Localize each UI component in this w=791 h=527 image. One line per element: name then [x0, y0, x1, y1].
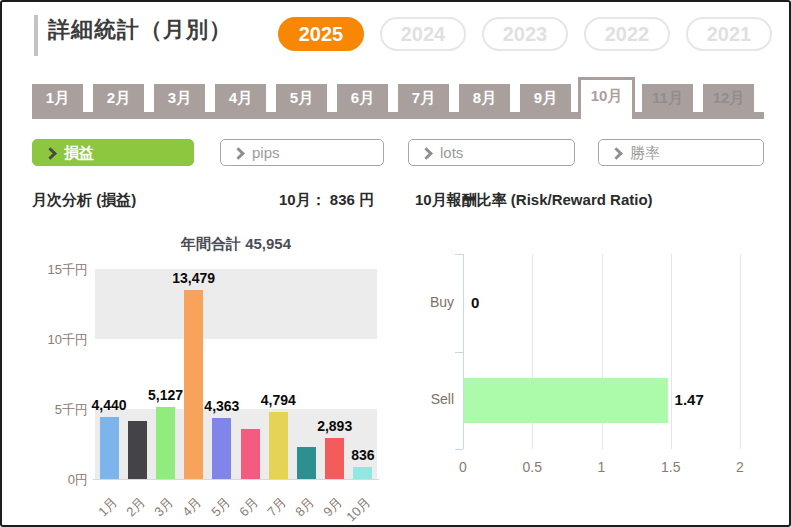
month-tabs-strip — [32, 112, 764, 119]
annual-total-title: 年間合計 45,954 — [95, 235, 377, 254]
month-tab-3月[interactable]: 3月 — [154, 84, 205, 112]
x-axis-label: 10月 — [343, 494, 375, 526]
month-tab-label: 11月 — [652, 89, 683, 108]
x-axis-tick-label: 0 — [443, 459, 483, 475]
bar-value-label: 13,479 — [152, 270, 236, 286]
axis-tick — [455, 254, 463, 255]
month-tab-1月[interactable]: 1月 — [32, 84, 83, 112]
month-tab-7月[interactable]: 7月 — [398, 84, 449, 112]
x-axis-label: 6月 — [235, 494, 262, 521]
month-tab-label: 5月 — [290, 89, 313, 108]
chevron-right-icon — [232, 147, 245, 160]
month-tab-9月[interactable]: 9月 — [520, 84, 571, 112]
filter-button-勝率[interactable]: 勝率 — [598, 139, 764, 166]
bar-2月[interactable] — [128, 421, 147, 479]
detailed-statistics-panel: 詳細統計（月別） 20252024202320222021 1月2月3月4月5月… — [0, 0, 791, 527]
gridline — [740, 254, 741, 449]
y-axis-label: 0円 — [2, 471, 88, 489]
x-axis-label: 9月 — [320, 494, 347, 521]
month-tab-8月[interactable]: 8月 — [459, 84, 510, 112]
bar-5月[interactable] — [212, 418, 231, 479]
monthly-profit-bar-chart: 年間合計 45,954 0円5千円10千円15千円4,4401月2月5,1273… — [2, 227, 402, 527]
x-axis-label: 5月 — [207, 494, 234, 521]
bar-value-label: 2,893 — [293, 418, 377, 434]
month-tab-label: 12月 — [713, 89, 745, 108]
bar-1月[interactable] — [100, 417, 119, 479]
chevron-right-icon — [420, 147, 433, 160]
month-tab-label: 9月 — [534, 89, 557, 108]
filter-label: pips — [252, 145, 280, 160]
filter-label: lots — [440, 145, 463, 160]
title-accent-bar — [34, 15, 38, 56]
chevron-right-icon — [610, 147, 623, 160]
plot-band — [95, 269, 377, 339]
risk-reward-bar-chart: Buy0Sell1.4700.511.52 — [402, 227, 791, 527]
filter-label: 勝率 — [630, 145, 660, 160]
bar-6月[interactable] — [241, 429, 260, 479]
year-selector: 20252024202320222021 — [278, 17, 772, 51]
left-chart-heading: 月次分析 (損益) — [32, 191, 136, 210]
month-tab-12月: 12月 — [703, 84, 754, 112]
month-tab-5月[interactable]: 5月 — [276, 84, 327, 112]
month-tab-label: 2月 — [107, 89, 130, 108]
month-tab-label: 4月 — [229, 89, 252, 108]
sell-bar[interactable] — [464, 378, 668, 423]
x-axis-label: 4月 — [179, 494, 206, 521]
y-axis-label: 10千円 — [2, 331, 88, 349]
axis-tick — [455, 449, 463, 450]
x-axis-line — [93, 479, 379, 480]
bar-value-label: 836 — [321, 447, 405, 463]
x-axis-tick-label: 2 — [720, 459, 760, 475]
month-tab-label: 7月 — [412, 89, 435, 108]
month-tab-10月[interactable]: 10月 — [578, 77, 635, 119]
category-label-buy: Buy — [402, 294, 454, 310]
x-axis-label: 1月 — [94, 494, 121, 521]
year-button-2021[interactable]: 2021 — [686, 17, 772, 51]
bar-10月[interactable] — [353, 467, 372, 479]
bar-7月[interactable] — [269, 412, 288, 479]
month-tabs: 1月2月3月4月5月6月7月8月9月10月11月12月 — [32, 77, 764, 119]
filter-button-損益[interactable]: 損益 — [32, 139, 194, 166]
filter-button-lots[interactable]: lots — [408, 139, 575, 166]
axis-tick — [455, 352, 463, 353]
bar-value-label: 0 — [471, 294, 479, 311]
bar-8月[interactable] — [297, 447, 316, 479]
bar-3月[interactable] — [156, 407, 175, 479]
month-tab-label: 10月 — [591, 87, 623, 106]
month-total-heading: 10月： 836 円 — [279, 191, 374, 210]
chevron-right-icon — [44, 147, 57, 160]
year-button-2022[interactable]: 2022 — [584, 17, 670, 51]
year-button-2025[interactable]: 2025 — [278, 17, 364, 51]
month-tab-label: 1月 — [46, 89, 69, 108]
x-axis-label: 3月 — [151, 494, 178, 521]
bar-value-label: 1.47 — [675, 391, 704, 408]
x-axis-label: 8月 — [292, 494, 319, 521]
category-label-sell: Sell — [402, 391, 454, 407]
x-axis-tick-label: 0.5 — [512, 459, 552, 475]
bar-4月[interactable] — [184, 290, 203, 479]
month-tab-label: 3月 — [168, 89, 191, 108]
filter-button-pips[interactable]: pips — [220, 139, 384, 166]
month-tab-6月[interactable]: 6月 — [337, 84, 388, 112]
right-chart-heading: 10月報酬比率 (Risk/Reward Ratio) — [415, 191, 653, 210]
page-title: 詳細統計（月別） — [48, 15, 232, 45]
gridline — [671, 254, 672, 449]
year-button-2024[interactable]: 2024 — [380, 17, 466, 51]
x-axis-label: 7月 — [264, 494, 291, 521]
filter-label: 損益 — [64, 145, 94, 160]
month-tab-label: 6月 — [351, 89, 374, 108]
x-axis-label: 2月 — [123, 494, 150, 521]
month-tab-label: 8月 — [473, 89, 496, 108]
x-axis-tick-label: 1.5 — [651, 459, 691, 475]
month-tab-11月: 11月 — [642, 84, 693, 112]
x-axis-tick-label: 1 — [582, 459, 622, 475]
month-tab-2月[interactable]: 2月 — [93, 84, 144, 112]
bar-value-label: 4,794 — [236, 392, 320, 408]
y-axis-label: 15千円 — [2, 261, 88, 279]
year-button-2023[interactable]: 2023 — [482, 17, 568, 51]
month-tab-4月[interactable]: 4月 — [215, 84, 266, 112]
